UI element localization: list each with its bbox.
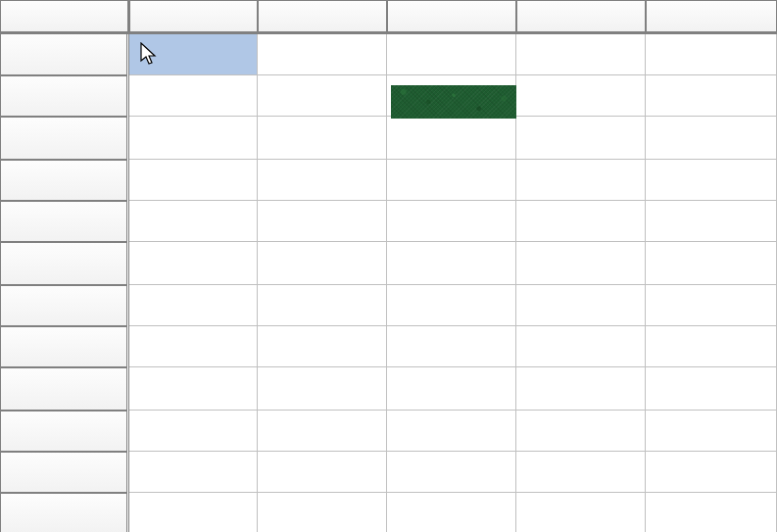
cell[interactable] [129, 367, 258, 411]
cell[interactable] [387, 452, 516, 493]
cell[interactable] [646, 411, 777, 452]
cell[interactable] [258, 242, 387, 285]
column-header[interactable] [258, 0, 387, 32]
cell[interactable] [129, 411, 258, 452]
row-header[interactable] [0, 493, 127, 532]
row-header[interactable] [0, 201, 127, 242]
cell[interactable] [387, 242, 516, 285]
column-header[interactable] [128, 0, 258, 32]
cell[interactable] [129, 201, 258, 242]
cell[interactable] [646, 75, 777, 117]
row-header[interactable] [0, 285, 127, 326]
cell[interactable] [516, 493, 646, 532]
cell[interactable] [516, 75, 646, 117]
embedded-image[interactable] [391, 85, 516, 119]
row-header[interactable] [0, 75, 127, 117]
cell[interactable] [258, 411, 387, 452]
cell[interactable] [387, 411, 516, 452]
cell[interactable] [258, 160, 387, 201]
cell[interactable] [129, 160, 258, 201]
cell[interactable] [387, 117, 516, 160]
row-header[interactable] [0, 452, 127, 493]
cell[interactable] [646, 242, 777, 285]
row-header[interactable] [0, 411, 127, 452]
cell[interactable] [258, 201, 387, 242]
cell[interactable] [387, 326, 516, 367]
cell-selected[interactable] [129, 34, 258, 75]
cell[interactable] [387, 160, 516, 201]
cell[interactable] [646, 367, 777, 411]
cell[interactable] [129, 493, 258, 532]
cell[interactable] [258, 452, 387, 493]
cell[interactable] [646, 34, 777, 75]
cell[interactable] [516, 34, 646, 75]
cell[interactable] [516, 117, 646, 160]
cell[interactable] [646, 201, 777, 242]
cell[interactable] [646, 493, 777, 532]
cell[interactable] [516, 452, 646, 493]
cell[interactable] [129, 75, 258, 117]
row-header[interactable] [0, 117, 127, 160]
row-header[interactable] [0, 367, 127, 411]
cell[interactable] [646, 285, 777, 326]
cell[interactable] [258, 367, 387, 411]
spreadsheet-grid[interactable] [0, 0, 777, 532]
cell[interactable] [646, 452, 777, 493]
cell[interactable] [516, 411, 646, 452]
cell[interactable] [129, 242, 258, 285]
column-header[interactable] [516, 0, 646, 32]
cell[interactable] [258, 117, 387, 160]
cell[interactable] [646, 160, 777, 201]
cell[interactable] [387, 201, 516, 242]
column-header[interactable] [387, 0, 516, 32]
cell[interactable] [258, 75, 387, 117]
cell[interactable] [129, 326, 258, 367]
cell[interactable] [387, 34, 516, 75]
cell[interactable] [516, 160, 646, 201]
row-header[interactable] [0, 32, 127, 75]
cell[interactable] [129, 285, 258, 326]
cell[interactable] [646, 117, 777, 160]
cell[interactable] [516, 326, 646, 367]
cell[interactable] [258, 285, 387, 326]
row-header[interactable] [0, 160, 127, 201]
row-header[interactable] [0, 326, 127, 367]
cell[interactable] [387, 285, 516, 326]
cell[interactable] [646, 326, 777, 367]
cell[interactable] [516, 285, 646, 326]
cell[interactable] [516, 367, 646, 411]
cell[interactable] [258, 493, 387, 532]
row-header[interactable] [0, 242, 127, 285]
cell[interactable] [516, 242, 646, 285]
column-header[interactable] [646, 0, 777, 32]
cell[interactable] [258, 326, 387, 367]
cell[interactable] [516, 201, 646, 242]
cell[interactable] [387, 493, 516, 532]
corner-header[interactable] [0, 0, 128, 32]
cell[interactable] [129, 452, 258, 493]
cell[interactable] [129, 117, 258, 160]
cell[interactable] [258, 34, 387, 75]
cell[interactable] [387, 367, 516, 411]
